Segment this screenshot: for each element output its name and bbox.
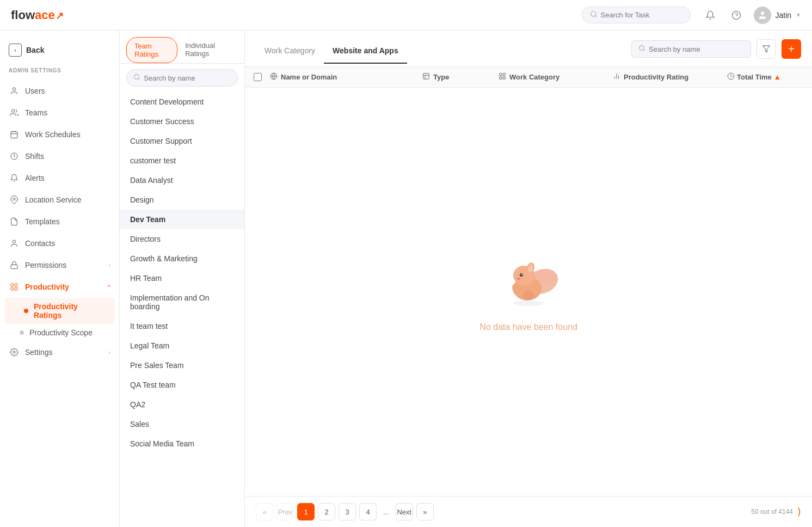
- sidebar-subitem-productivity-scope[interactable]: Productivity Scope: [0, 324, 119, 341]
- layout: ‹ Back ADMIN SETTINGS Users Teams Work S…: [0, 30, 812, 527]
- team-tab-individual-ratings[interactable]: Individual Ratings: [177, 37, 238, 63]
- group-icon: [9, 107, 20, 118]
- list-item[interactable]: HR Team: [120, 268, 244, 288]
- global-search[interactable]: [582, 7, 691, 23]
- list-item[interactable]: Customer Support: [120, 131, 244, 151]
- list-item[interactable]: Data Analyst: [120, 170, 244, 190]
- th-rating: Productivity Rating: [613, 72, 727, 82]
- notifications-icon[interactable]: [702, 7, 719, 24]
- table-header: Name or Domain Type Work Category Produc…: [245, 67, 812, 88]
- th-time: Total Time ▲: [727, 72, 803, 82]
- team-search[interactable]: [126, 69, 238, 87]
- add-button[interactable]: +: [782, 39, 801, 59]
- team-tab-team-ratings[interactable]: Team Ratings: [126, 37, 177, 63]
- admin-settings-label: ADMIN SETTINGS: [0, 65, 119, 80]
- next-page-button[interactable]: Next: [396, 503, 413, 520]
- th-category: Work Category: [499, 72, 613, 82]
- back-button[interactable]: ‹ Back: [0, 39, 119, 61]
- subitem-label: Productivity Ratings: [34, 302, 106, 320]
- list-item[interactable]: Dev Team: [120, 210, 244, 229]
- list-item[interactable]: Social Media Team: [120, 434, 244, 454]
- svg-rect-17: [15, 287, 17, 290]
- list-item[interactable]: QA Test team: [120, 375, 244, 395]
- location-icon: [9, 194, 20, 205]
- chevron-up-icon: ^: [108, 284, 110, 290]
- svg-point-38: [523, 291, 534, 299]
- user-menu[interactable]: Jatin ▼: [754, 7, 801, 24]
- tab-work-category[interactable]: Work Category: [256, 42, 324, 64]
- sidebar-item-label: Settings: [25, 348, 103, 357]
- header-search[interactable]: [631, 40, 751, 58]
- sidebar-item-contacts[interactable]: Contacts: [0, 232, 119, 254]
- filter-button[interactable]: [756, 39, 776, 59]
- list-item[interactable]: Directors: [120, 229, 244, 249]
- sidebar-item-alerts[interactable]: Alerts: [0, 167, 119, 189]
- svg-point-11: [13, 198, 15, 200]
- sidebar-item-label: Users: [25, 87, 110, 95]
- sidebar-item-productivity[interactable]: Productivity ^: [0, 276, 119, 298]
- prev-page-button[interactable]: Prev: [276, 503, 294, 520]
- back-icon: ‹: [9, 44, 22, 57]
- global-search-input[interactable]: [601, 11, 682, 19]
- pagination-info: 50 out of 4144 ⟩: [751, 506, 801, 518]
- svg-point-19: [134, 75, 139, 79]
- subitem-label: Productivity Scope: [29, 328, 93, 337]
- svg-point-3: [761, 11, 764, 15]
- list-item[interactable]: Implementation and On boarding: [120, 288, 244, 316]
- logo-text: flowace↗: [11, 8, 64, 22]
- svg-point-5: [11, 109, 14, 112]
- list-item[interactable]: Content Development: [120, 92, 244, 112]
- th-checkbox[interactable]: [254, 73, 270, 81]
- last-page-button[interactable]: »: [416, 503, 434, 520]
- first-page-button[interactable]: «: [256, 503, 273, 520]
- team-search-input[interactable]: [144, 74, 231, 82]
- empty-state-illustration: [496, 252, 561, 311]
- chevron-right-icon: ›: [108, 349, 110, 356]
- svg-point-4: [13, 88, 15, 90]
- file-icon: [9, 216, 20, 227]
- content-search-input[interactable]: [649, 45, 744, 53]
- topnav: flowace↗ Jatin ▼: [0, 0, 812, 30]
- select-all-checkbox[interactable]: [254, 73, 262, 81]
- empty-state: No data have been found: [245, 88, 812, 496]
- sidebar-item-label: Templates: [25, 217, 110, 226]
- sidebar-item-users[interactable]: Users: [0, 80, 119, 102]
- help-icon[interactable]: [728, 7, 745, 24]
- svg-point-12: [13, 240, 15, 243]
- sidebar-item-shifts[interactable]: Shifts: [0, 145, 119, 167]
- list-item[interactable]: Pre Sales Team: [120, 356, 244, 375]
- page-button-1[interactable]: 1: [297, 503, 315, 520]
- list-item[interactable]: It team test: [120, 316, 244, 336]
- sidebar-item-teams[interactable]: Teams: [0, 102, 119, 124]
- time-icon: [727, 72, 735, 82]
- empty-message: No data have been found: [479, 322, 577, 332]
- list-item[interactable]: Growth & Marketing: [120, 249, 244, 268]
- sidebar-item-permissions[interactable]: Permissions ›: [0, 254, 119, 276]
- page-button-3[interactable]: 3: [339, 503, 356, 520]
- header-actions: +: [631, 39, 801, 66]
- list-item[interactable]: QA2: [120, 395, 244, 414]
- sort-icon[interactable]: ▲: [774, 73, 781, 81]
- list-item[interactable]: Design: [120, 190, 244, 210]
- ellipsis: ...: [380, 508, 392, 516]
- sidebar-item-work-schedules[interactable]: Work Schedules: [0, 124, 119, 145]
- chevron-right-icon: ›: [108, 262, 110, 268]
- list-item[interactable]: Sales: [120, 414, 244, 434]
- list-item[interactable]: Legal Team: [120, 336, 244, 356]
- sidebar-item-location-service[interactable]: Location Service: [0, 189, 119, 211]
- list-item[interactable]: Customer Success: [120, 112, 244, 131]
- svg-rect-6: [11, 132, 17, 138]
- chart-icon: [9, 281, 20, 292]
- contact-icon: [9, 238, 20, 249]
- sidebar-item-label: Teams: [25, 108, 110, 117]
- svg-point-36: [521, 274, 522, 275]
- total-count: 50 out of 4144: [751, 508, 793, 516]
- list-item[interactable]: customer test: [120, 151, 244, 170]
- sidebar-subitem-productivity-ratings[interactable]: Productivity Ratings: [4, 298, 115, 324]
- tab-website-apps[interactable]: Website and Apps: [324, 42, 407, 64]
- sidebar-item-label: Alerts: [25, 174, 110, 182]
- sidebar-item-templates[interactable]: Templates: [0, 211, 119, 232]
- sidebar-item-settings[interactable]: Settings ›: [0, 341, 119, 363]
- page-button-2[interactable]: 2: [318, 503, 335, 520]
- page-button-4[interactable]: 4: [359, 503, 377, 520]
